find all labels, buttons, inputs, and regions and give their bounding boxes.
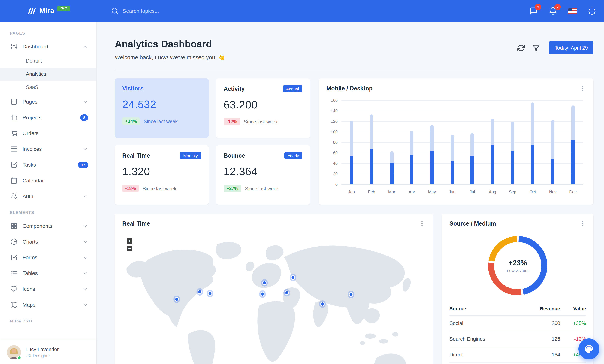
sidebar-section-label-elements: ELEMENTS bbox=[0, 204, 96, 218]
dashboard-row-2: Real-Time + − bbox=[115, 213, 593, 364]
brand[interactable]: Mira PRO bbox=[0, 6, 97, 16]
sidebar-item-pages[interactable]: Pages bbox=[0, 94, 96, 110]
check-square-icon bbox=[11, 254, 17, 261]
messages-button[interactable]: 3 bbox=[529, 7, 538, 15]
map-marker-1[interactable] bbox=[175, 297, 178, 301]
search-input[interactable] bbox=[123, 8, 209, 14]
map-marker-5[interactable] bbox=[263, 281, 266, 285]
map-marker-6[interactable] bbox=[291, 276, 295, 280]
language-selector[interactable] bbox=[568, 7, 577, 15]
shopping-cart-icon bbox=[11, 130, 17, 137]
stat-card-activity: Activity Annual 63.200 -12% Since last w… bbox=[216, 78, 310, 138]
sign-out-button[interactable] bbox=[588, 7, 596, 15]
date-button[interactable]: Today: April 29 bbox=[549, 41, 593, 54]
bar-oct[interactable] bbox=[523, 100, 543, 184]
sidebar-item-charts[interactable]: Charts bbox=[0, 234, 96, 250]
x-axis-label: Feb bbox=[362, 189, 381, 194]
bar-apr[interactable] bbox=[402, 100, 422, 184]
map-marker-3[interactable] bbox=[208, 292, 212, 296]
sidebar-item-tasks[interactable]: Tasks17 bbox=[0, 157, 96, 173]
topbar-search bbox=[111, 7, 209, 15]
sidebar-item-default[interactable]: Default bbox=[0, 54, 96, 68]
x-axis-label: Mar bbox=[382, 189, 402, 194]
topbar: Mira PRO 3 7 bbox=[0, 0, 604, 22]
donut-segment-social[interactable] bbox=[519, 239, 544, 292]
kebab-menu-icon[interactable] bbox=[579, 220, 586, 227]
kebab-menu-icon[interactable] bbox=[419, 220, 426, 227]
source-medium-donut-chart: +23% new visitors bbox=[486, 234, 550, 298]
sidebar-item-calendar[interactable]: Calendar bbox=[0, 173, 96, 188]
bar-mar[interactable] bbox=[382, 100, 402, 184]
power-icon bbox=[588, 7, 596, 15]
x-axis-label: Sep bbox=[503, 189, 523, 194]
stat-note: Since last week bbox=[144, 118, 178, 124]
x-axis-label: May bbox=[422, 189, 442, 194]
sidebar-item-components[interactable]: Components bbox=[0, 218, 96, 234]
map-marker-4[interactable] bbox=[261, 292, 264, 296]
bar-may[interactable] bbox=[422, 100, 442, 184]
user-name: Lucy Lavender bbox=[25, 347, 59, 352]
bar-jan[interactable] bbox=[341, 100, 362, 184]
sidebar-item-forms[interactable]: Forms bbox=[0, 250, 96, 265]
page-title: Analytics Dashboard bbox=[115, 38, 225, 50]
notifications-count-badge: 7 bbox=[554, 4, 561, 10]
bar-dec[interactable] bbox=[563, 100, 583, 184]
sidebar-item-saas[interactable]: SaaS bbox=[0, 81, 96, 94]
bar-jun[interactable] bbox=[442, 100, 462, 184]
y-axis-label: 80 bbox=[326, 140, 338, 144]
bar-feb[interactable] bbox=[362, 100, 381, 184]
sidebar-user-panel[interactable]: Lucy Lavender UX Designer bbox=[0, 340, 96, 364]
chevron-up-icon bbox=[83, 44, 88, 49]
world-map-svg bbox=[115, 234, 433, 364]
bar-sep[interactable] bbox=[503, 100, 523, 184]
chevron-down-icon bbox=[83, 286, 88, 292]
stat-period-badge: Annual bbox=[283, 85, 302, 92]
user-role: UX Designer bbox=[25, 353, 59, 358]
sidebar-item-analytics[interactable]: Analytics bbox=[0, 68, 96, 81]
mobile-desktop-bar-chart: 020406080100120140160 bbox=[326, 98, 586, 194]
stat-period-badge: Monthly bbox=[180, 152, 201, 159]
stat-change-badge: +27% bbox=[224, 185, 241, 192]
map-zoom-out-button[interactable]: − bbox=[127, 246, 132, 251]
mobile-desktop-card: Mobile / Desktop 020406080100120140160 bbox=[319, 78, 593, 204]
sidebar-item-invoices[interactable]: Invoices bbox=[0, 141, 96, 157]
stat-title: Visitors bbox=[122, 85, 143, 92]
map-marker-7[interactable] bbox=[285, 291, 289, 295]
bar-jul[interactable] bbox=[462, 100, 482, 184]
donut-segment-search-engines[interactable] bbox=[491, 239, 517, 261]
briefcase-icon bbox=[11, 114, 17, 121]
sidebar-badge-tasks: 17 bbox=[78, 162, 88, 168]
y-axis-label: 160 bbox=[326, 98, 338, 102]
notifications-button[interactable]: 7 bbox=[549, 7, 557, 15]
stat-title: Real-Time bbox=[122, 152, 150, 159]
refresh-icon[interactable] bbox=[517, 44, 525, 52]
theme-settings-fab[interactable] bbox=[579, 339, 600, 360]
sidebar-item-auth[interactable]: Auth bbox=[0, 188, 96, 204]
bar-aug[interactable] bbox=[482, 100, 502, 184]
chevron-down-icon bbox=[83, 193, 88, 199]
sidebar-item-tables[interactable]: Tables bbox=[0, 265, 96, 281]
sidebar-item-dashboard[interactable]: Dashboard bbox=[0, 39, 96, 54]
map-marker-9[interactable] bbox=[349, 292, 353, 296]
stat-title: Activity bbox=[224, 85, 245, 92]
map-zoom-in-button[interactable]: + bbox=[127, 238, 132, 244]
chevron-down-icon bbox=[83, 270, 88, 276]
cell-source: Search Engines bbox=[449, 331, 520, 347]
map-marker-2[interactable] bbox=[198, 290, 202, 294]
sidebar-item-orders[interactable]: Orders bbox=[0, 125, 96, 141]
avatar bbox=[7, 345, 21, 359]
cell-revenue: 125 bbox=[520, 331, 560, 347]
sidebar-item-icons[interactable]: Icons bbox=[0, 281, 96, 297]
chevron-down-icon bbox=[83, 99, 88, 104]
filter-icon[interactable] bbox=[532, 44, 540, 52]
sidebar-item-projects[interactable]: Projects8 bbox=[0, 110, 96, 125]
donut-segment-direct[interactable] bbox=[491, 263, 521, 292]
map-marker-8[interactable] bbox=[321, 302, 324, 306]
layout-icon bbox=[11, 98, 17, 105]
x-axis-label: Dec bbox=[563, 189, 583, 194]
sidebar-item-maps[interactable]: Maps bbox=[0, 297, 96, 313]
kebab-menu-icon[interactable] bbox=[579, 85, 586, 92]
bar-nov[interactable] bbox=[543, 100, 563, 184]
col-header-source: Source bbox=[449, 302, 520, 315]
col-header-revenue: Revenue bbox=[520, 302, 560, 315]
